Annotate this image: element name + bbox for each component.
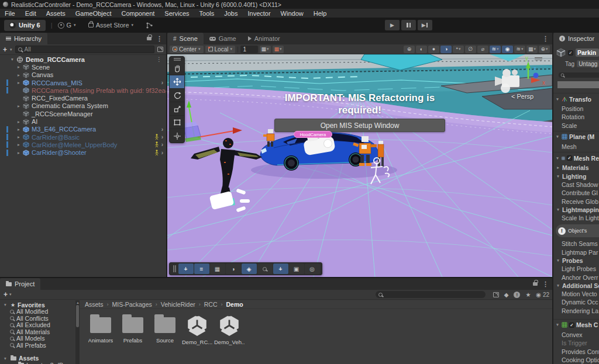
project-search-input[interactable] (376, 291, 486, 298)
cast-shadows-row[interactable]: Cast Shadow (553, 181, 599, 189)
crumb-rcc[interactable]: RCC (204, 301, 218, 308)
create-asset-button[interactable]: + (4, 290, 8, 299)
shading-mode-button[interactable]: ⊕ (404, 46, 415, 53)
active-checkbox[interactable]: ✓ (568, 50, 573, 56)
camera-overlay-button[interactable]: ▣ (289, 264, 304, 274)
mesh-collider-component-header[interactable]: ▾ ✓ Mesh C (553, 319, 599, 331)
mesh-filter-component-header[interactable]: ▾ Plane (M (553, 131, 599, 143)
properties-overlay-button[interactable]: ≡ (194, 264, 209, 274)
mesh-renderer-component-header[interactable]: ▾ ✓ Mesh Re (553, 152, 599, 164)
asset-animators-folder[interactable]: Animators (85, 313, 116, 345)
probes-foldout[interactable]: ▾Probes (553, 256, 599, 265)
crumb-vehiclerider[interactable]: VehicleRider (161, 301, 195, 308)
chevron-down-icon[interactable]: ▾ (10, 47, 12, 52)
navigation-overlay-button[interactable]: + (273, 264, 288, 274)
expander-icon[interactable]: ▸ (16, 127, 22, 132)
asset-source-folder[interactable]: Source (150, 313, 180, 345)
asset-store-dropdown[interactable]: Asset Store ▾ (88, 22, 133, 29)
hierarchy-item-cinematic-camera-system[interactable]: ▸ Cinematic Camera System (0, 102, 166, 110)
favorite-all-models[interactable]: All Models (0, 335, 75, 342)
overlays-dropdown[interactable]: ≋▾ (514, 46, 525, 53)
chevron-down-icon[interactable]: ▾ (9, 292, 12, 297)
contribute-gi-row[interactable]: Contribute Gl (553, 189, 599, 197)
hierarchy-item-carrider-melee-upperbody[interactable]: ▸ CarRider@Melee_UpperBody › (0, 141, 166, 148)
favorite-all-prefabs[interactable]: All Prefabs (0, 342, 75, 349)
tab-animator[interactable]: Animator (242, 33, 286, 44)
lock-icon[interactable] (147, 37, 152, 40)
step-button[interactable]: ▶ (418, 20, 432, 30)
camera-settings-dropdown[interactable]: ▦▾ (526, 46, 538, 53)
kebab-menu-icon[interactable]: ⋮ (156, 35, 163, 43)
menu-services[interactable]: Services (164, 10, 189, 17)
scene-visibility-button[interactable]: ◉ (502, 46, 513, 53)
audio-mute-button[interactable]: ∅ (465, 46, 476, 53)
kebab-menu-icon[interactable]: ⋮ (542, 35, 549, 43)
gameobject-icon[interactable] (556, 48, 566, 57)
expander-icon[interactable]: ▸ (16, 72, 22, 78)
open-mis-setup-button[interactable]: Open MIS Setup Window (274, 119, 445, 132)
play-button[interactable]: ▶ (385, 20, 400, 30)
cooking-options-row[interactable]: Cooking Option (553, 356, 599, 364)
grid-snap-dropdown[interactable]: ▦▾ (260, 46, 271, 53)
hierarchy-item-rcccamera-missing[interactable]: RCCCamera (Missing Prefab with guid: 9f3… (0, 86, 166, 94)
pause-button[interactable] (401, 20, 416, 30)
expander-icon[interactable]: ▸ (16, 134, 22, 140)
open-in-new-icon[interactable] (493, 292, 499, 297)
transform-tool-button[interactable] (170, 129, 184, 143)
assets-invector-folder[interactable]: ▸ Invector-3rdPersonCo (0, 362, 75, 364)
tab-scene[interactable]: # Scene (167, 33, 204, 44)
asset-demo-rcc-scene[interactable]: Demo_RC... (182, 313, 212, 345)
rect-tool-button[interactable] (170, 116, 184, 129)
crumb-mis-packages[interactable]: MIS-Packages (112, 301, 152, 308)
favorite-all-materials[interactable]: All Materials (0, 328, 75, 335)
2d-mode-button[interactable]: ◐ (416, 46, 427, 53)
favorites-filter-icon[interactable]: ★ (525, 292, 531, 298)
prefab-chevron-icon[interactable]: › (161, 126, 166, 133)
receive-gi-row[interactable]: Receive Glob (553, 197, 599, 205)
menu-invector[interactable]: Invector (247, 10, 270, 17)
tab-game[interactable]: Game (204, 33, 242, 44)
materials-foldout[interactable]: ▸Materials (553, 164, 599, 172)
unity-version-button[interactable]: Unity 6 (4, 20, 46, 31)
expander-icon[interactable]: ▸ (16, 103, 22, 109)
hidden-count[interactable]: ◉ 22 (536, 292, 549, 298)
expander-icon[interactable]: ▸ (16, 150, 22, 155)
hierarchy-item-carrider-shooter[interactable]: ▸ CarRider@Shooter › (0, 149, 166, 157)
stitch-seams-row[interactable]: Stitch Seams (553, 240, 599, 248)
dynamic-occlusion-row[interactable]: Dynamic Occ (553, 298, 599, 306)
tag-dropdown[interactable]: Untagg (577, 60, 599, 67)
asset-labels-icon[interactable]: ◆ (504, 292, 509, 298)
tab-hierarchy[interactable]: Hierarchy (0, 33, 47, 44)
particles-toggle-button[interactable]: ⌀ (477, 46, 488, 53)
hierarchy-item-demo-rcccamera[interactable]: ▾ Demo_RCCCamera ⋮ (0, 56, 166, 63)
scrollbar-thumb[interactable] (76, 305, 79, 327)
account-dropdown[interactable]: G ▾ (58, 22, 76, 29)
asset-demo-vehicle-scene[interactable]: Demo_Veh... (214, 313, 245, 345)
orientation-dropdown[interactable]: Local ▾ (205, 46, 235, 53)
menu-edit[interactable]: Edit (25, 10, 36, 17)
asset-prefabs-folder[interactable]: Prefabs (118, 313, 148, 345)
crumb-demo[interactable]: Demo (226, 301, 243, 308)
orientation-overlay-button[interactable]: ◎ (305, 264, 320, 274)
lightmapping-foldout[interactable]: ▾Lightmapping (553, 206, 599, 214)
lighting-toggle-button[interactable]: ● (428, 46, 439, 53)
menu-help[interactable]: Help (314, 10, 327, 17)
lighting-foldout[interactable]: ▾Lighting (553, 172, 599, 180)
favorite-all-excluded[interactable]: All Excluded (0, 322, 75, 329)
light-probes-row[interactable]: Light Probes (553, 265, 599, 273)
kebab-menu-icon[interactable]: ⋮ (156, 56, 166, 63)
scene-picker-icon[interactable] (157, 47, 163, 52)
grid-overlay-button[interactable]: ▦ (210, 264, 225, 274)
hierarchy-search-input[interactable]: All (15, 46, 154, 53)
scale-in-lightmap-row[interactable]: Scale In Light (553, 214, 599, 222)
overlay-handle[interactable] (535, 57, 542, 60)
rendering-layer-row[interactable]: Rendering La (553, 307, 599, 315)
expander-icon[interactable]: ▸ (16, 64, 22, 70)
menu-gameobject[interactable]: GameObject (75, 10, 112, 17)
toolbar-drag-handle[interactable] (173, 265, 176, 272)
expander-icon[interactable]: ▸ (16, 119, 22, 124)
motion-vectors-row[interactable]: Motion Vecto (553, 290, 599, 298)
scene-viewport[interactable]: y z x < Persp IMPORTANT: MIS Refactoring… (167, 54, 552, 277)
menu-jobs[interactable]: Jobs (224, 10, 237, 17)
menu-file[interactable]: File (5, 10, 15, 17)
